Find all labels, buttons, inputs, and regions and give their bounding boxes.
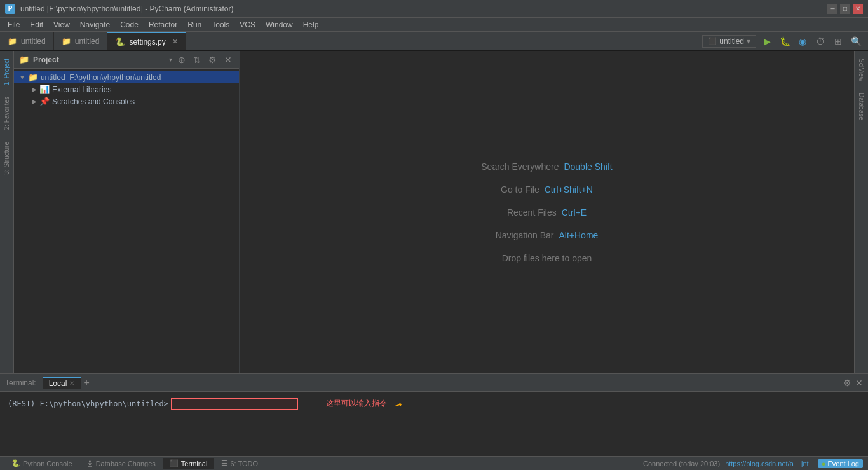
menu-run[interactable]: Run [182,19,207,31]
project-strip-btn[interactable]: 1: Project [2,53,11,90]
right-strip: ScIView Database [854,51,868,373]
folder-icon-2: 📁 [62,37,71,46]
sciview-strip-btn[interactable]: ScIView [857,53,866,86]
run-config-icon: ⬛ [708,37,717,45]
maximize-button[interactable]: □ [840,4,850,14]
chevron-down-icon: ▾ [169,56,172,63]
hint-go-to-file: Go to File Ctrl+Shift+N [501,184,593,195]
database-changes-tab[interactable]: 🗄 Database Changes [80,459,162,469]
python-console-label: Python Console [23,460,72,467]
project-tree: ▼ 📁 untitled F:\python\yhpython\untitled… [14,69,239,373]
collapse-all-button[interactable]: ⇅ [191,55,203,65]
menu-vcs[interactable]: VCS [234,19,261,31]
coverage-button[interactable]: ◉ [796,34,810,48]
local-tab-close-icon[interactable]: ✕ [69,380,74,387]
menu-edit[interactable]: Edit [25,19,48,31]
close-button[interactable]: ✕ [853,4,863,14]
tab-close-icon[interactable]: ✕ [172,38,178,46]
hint-text-search: Search Everywhere [481,162,559,172]
menu-file[interactable]: File [3,19,25,31]
content-area: 1: Project 2: Favorites 3: Structure 📁 P… [0,51,868,373]
database-changes-label: Database Changes [96,460,156,467]
expand-arrow-icon-3: ▶ [32,98,37,105]
concurrency-button[interactable]: ⊞ [831,34,845,48]
terminal-tab[interactable]: ⬛ Terminal [163,458,214,469]
profile-button[interactable]: ⏱ [813,34,827,48]
menu-bar: File Edit View Navigate Code Refactor Ru… [0,18,868,32]
tab-label-1: untitled [21,37,46,46]
close-panel-button[interactable]: ✕ [222,55,234,65]
event-log-button[interactable]: ● Event Log [818,459,863,468]
minimize-button[interactable]: ─ [827,4,837,14]
database-changes-icon: 🗄 [86,460,93,467]
tree-item-label-scratches: Scratches and Consoles [52,97,135,106]
favorites-strip-btn[interactable]: 2: Favorites [2,92,11,135]
event-log-label: Event Log [827,460,859,467]
hint-text-nav: Navigation Bar [496,230,554,240]
terminal-close-button[interactable]: ✕ [855,378,863,388]
python-console-tab[interactable]: 🐍 Python Console [5,458,79,469]
tab-settings-py[interactable]: 🐍 settings.py ✕ [107,32,186,50]
menu-navigate[interactable]: Navigate [75,19,115,31]
connected-status: Connected (today 20:03) [643,460,720,467]
bottom-panel: Terminal: Local ✕ + ⚙ ✕ (REST) F:\python… [0,373,868,456]
menu-tools[interactable]: Tools [207,19,234,31]
hint-text-goto: Go to File [501,184,539,195]
local-tab-label: Local [49,379,67,388]
terminal-cursor[interactable] [171,398,298,410]
structure-strip-btn[interactable]: 3: Structure [2,137,11,180]
todo-icon: ☰ [221,459,227,467]
tree-item-scratches[interactable]: ▶ 📌 Scratches and Consoles [14,95,239,107]
debug-button[interactable]: 🐛 [778,34,792,48]
tree-folder-icon: 📁 [28,73,38,82]
terminal-hint-text: 这里可以输入指令 [326,398,387,409]
folder-icon: 📁 [8,37,17,46]
menu-refactor[interactable]: Refactor [144,19,182,31]
library-icon: 📊 [39,85,50,94]
tab-untitled-2[interactable]: 📁 untitled [54,32,108,50]
shortcut-ctrl-shift-n: Ctrl+Shift+N [545,184,593,195]
project-header: 📁 Project ▾ ⊕ ⇅ ⚙ ✕ [14,51,239,69]
run-button[interactable]: ▶ [760,34,774,48]
database-strip-btn[interactable]: Database [857,88,866,125]
menu-code[interactable]: Code [115,19,144,31]
search-everywhere-button[interactable]: 🔍 [849,34,863,48]
terminal-local-tab[interactable]: Local ✕ [43,377,81,389]
tree-item-label-ext-libs: External Libraries [52,85,111,94]
new-file-button[interactable]: ⊕ [176,55,187,65]
todo-tab[interactable]: ☰ 6: TODO [215,458,264,469]
menu-window[interactable]: Window [261,19,298,31]
shortcut-alt-home: Alt+Home [559,230,598,240]
terminal-prompt-line: (REST) F:\python\yhpython\untitled> 这里可以… [8,397,860,410]
hint-drop-files: Drop files here to open [502,253,592,263]
hint-text-drop: Drop files here to open [502,253,592,263]
left-strip: 1: Project 2: Favorites 3: Structure [0,51,14,373]
menu-help[interactable]: Help [298,19,324,31]
menu-view[interactable]: View [48,19,75,31]
tree-item-untitled[interactable]: ▼ 📁 untitled F:\python\yhpython\untitled [14,71,239,83]
terminal-content: (REST) F:\python\yhpython\untitled> 这里可以… [0,392,868,415]
hint-text-recent: Recent Files [507,207,557,218]
blog-url[interactable]: https://blog.csdn.net/a__jnt_ [725,460,813,467]
python-console-icon: 🐍 [11,459,20,467]
run-config-dropdown[interactable]: ⬛ untitled ▾ [702,35,756,48]
add-terminal-button[interactable]: + [83,377,89,389]
scratches-icon: 📌 [39,97,50,106]
expand-arrow-icon: ▼ [19,74,25,81]
terminal-icon: ⬛ [170,459,179,467]
statusbar-right: Connected (today 20:03) https://blog.csd… [643,459,863,468]
shortcut-double-shift: Double Shift [564,162,612,172]
project-folder-icon: 📁 [19,55,29,64]
terminal-settings-button[interactable]: ⚙ [843,378,851,388]
terminal-tab-bar: Terminal: Local ✕ + ⚙ ✕ [0,374,868,392]
status-bar: 🐍 Python Console 🗄 Database Changes ⬛ Te… [0,456,868,470]
arrow-annotation-icon: ↗ [393,396,405,411]
shortcut-ctrl-e: Ctrl+E [562,207,587,218]
tabs-bar: 📁 untitled 📁 untitled 🐍 settings.py ✕ ⬛ … [0,32,868,51]
project-panel: 📁 Project ▾ ⊕ ⇅ ⚙ ✕ ▼ 📁 untitled F:\pyth… [14,51,240,373]
tree-item-external-libs[interactable]: ▶ 📊 External Libraries [14,83,239,95]
terminal-prompt-text: (REST) F:\python\yhpython\untitled> [8,399,168,408]
tab-untitled-1[interactable]: 📁 untitled [0,32,54,50]
settings-button[interactable]: ⚙ [207,55,219,65]
python-file-icon: 🐍 [115,37,125,46]
